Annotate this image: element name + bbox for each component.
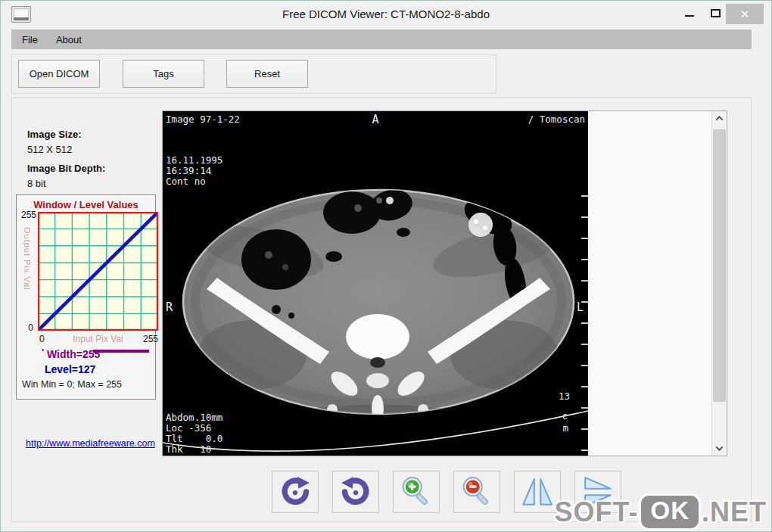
bit-depth-label: Image Bit Depth: [27, 163, 105, 174]
zoom-out-icon [461, 476, 493, 508]
vertical-scrollbar[interactable] [711, 111, 726, 456]
scrollbar-thumb[interactable] [713, 129, 726, 402]
overlay-scale-value: 13 [559, 391, 570, 402]
toolbar: Open DICOM Tags Reset [11, 54, 497, 94]
close-icon: ✕ [740, 8, 750, 21]
x-max-tick: 255 [143, 334, 158, 344]
flip-horizontal-icon [521, 476, 553, 508]
minimize-button[interactable] [677, 1, 702, 25]
overlay-tilt: Tlt 0.0 [166, 434, 223, 444]
menu-file[interactable]: File [22, 34, 38, 45]
minimize-icon [685, 15, 694, 17]
watermark-right: .NET [702, 496, 767, 528]
overlay-series: Abdom.10mm [166, 412, 223, 423]
overlay-orientation-right: R [166, 302, 173, 313]
overlay-date: 16.11.1995 [166, 155, 223, 166]
y-max-tick: 255 [17, 210, 36, 220]
window-level-panel: Window / Level Values 255 Output Pix Val… [16, 194, 156, 400]
x-axis-label: Input Pix Val [38, 334, 158, 344]
y-axis-label: Output Pix Val [23, 227, 32, 318]
overlay-thickness: Thk 10 [166, 444, 211, 455]
maximize-icon [711, 9, 721, 17]
width-tick-mark: ' [42, 347, 44, 358]
reset-button[interactable]: Reset [226, 60, 308, 88]
title-bar: Free DICOM Viewer: CT-MONO2-8-abdo ✕ [1, 1, 771, 28]
level-value: Level=127 [45, 363, 95, 375]
rotate-clockwise-icon [279, 476, 311, 508]
watermark-left: SOFT- [554, 496, 638, 528]
bit-depth-value: 8 bit [27, 178, 46, 189]
overlay-contrast: Cont no [166, 176, 206, 187]
width-value: Width=255 [47, 348, 100, 360]
rotate-counterclockwise-button[interactable] [332, 471, 379, 513]
scroll-up-button[interactable] [712, 111, 727, 126]
zoom-out-button[interactable] [453, 471, 500, 513]
scroll-down-button[interactable] [712, 441, 727, 456]
open-dicom-button[interactable]: Open DICOM [18, 60, 100, 88]
overlay-scale-unit-c: c [562, 411, 568, 422]
width-slider-bar[interactable] [93, 350, 149, 353]
tags-button[interactable]: Tags [123, 60, 204, 88]
mediafreeware-link[interactable]: http://www.mediafreeware.com [26, 438, 155, 449]
overlay-time: 16:39:14 [166, 166, 211, 176]
image-size-label: Image Size: [27, 129, 82, 140]
window-range-text: Win Min = 0; Max = 255 [22, 379, 122, 390]
overlay-location: Loc -356 [166, 423, 211, 434]
overlay-orientation-anterior: A [163, 114, 588, 125]
chevron-up-icon [716, 116, 724, 123]
window-title: Free DICOM Viewer: CT-MONO2-8-abdo [1, 8, 771, 20]
menu-bar: File About [11, 30, 752, 49]
x-axis-row: 0 Input Pix Val 255 [38, 334, 158, 344]
zoom-in-button[interactable] [393, 471, 440, 513]
rotate-clockwise-button[interactable] [272, 471, 319, 513]
watermark-ok-badge: OK [641, 496, 699, 528]
maximize-button[interactable] [703, 1, 727, 25]
image-size-value: 512 X 512 [27, 144, 72, 155]
menu-about[interactable]: About [56, 34, 82, 45]
app-window: Free DICOM Viewer: CT-MONO2-8-abdo ✕ Fil… [0, 0, 772, 532]
ct-scan-graphic [163, 111, 588, 456]
window-level-title: Window / Level Values [17, 199, 155, 210]
overlay-scanner: / Tomoscan [528, 114, 585, 125]
overlay-orientation-left: L [577, 302, 584, 313]
soft-ok-watermark: SOFT- OK .NET [554, 496, 767, 528]
rotate-counterclockwise-icon [340, 476, 372, 508]
close-button[interactable]: ✕ [726, 4, 764, 24]
overlay-scale-unit-m: m [562, 423, 568, 434]
ct-image[interactable]: Image 97-1-22 A / Tomoscan 16.11.1995 16… [163, 111, 588, 456]
chevron-down-icon [716, 443, 724, 451]
zoom-in-icon [400, 476, 432, 508]
image-viewer: Image 97-1-22 A / Tomoscan 16.11.1995 16… [162, 110, 727, 456]
y-min-tick: 0 [23, 322, 33, 333]
window-level-chart [38, 212, 158, 331]
